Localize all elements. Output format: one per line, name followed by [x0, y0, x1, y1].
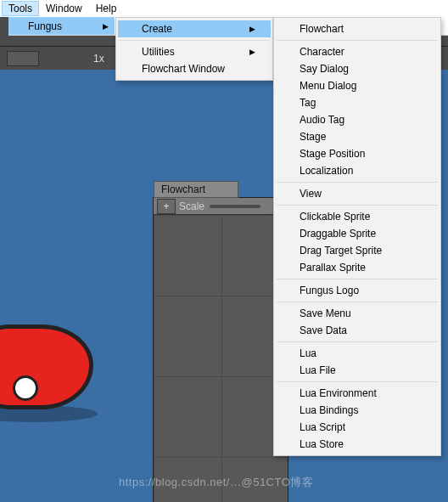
scale-control: Scale: [179, 200, 260, 212]
zoom-label: 1x: [93, 53, 104, 65]
create-item-label: Drag Target Sprite: [300, 245, 382, 257]
menu-utilities[interactable]: Utilities ▶: [118, 43, 271, 60]
menu-separator: [277, 341, 438, 342]
menu-separator: [277, 182, 438, 183]
create-item[interactable]: Clickable Sprite: [276, 208, 439, 225]
create-item[interactable]: Lua Bindings: [276, 402, 439, 419]
create-item-label: Say Dialog: [300, 63, 349, 75]
create-item[interactable]: Character: [276, 43, 439, 60]
flowchart-panel[interactable]: Flowchart + Scale: [153, 197, 288, 502]
chevron-right-icon: ▶: [249, 48, 255, 56]
fungus-menu: Create ▶ Utilities ▶ Flowchart Window: [115, 17, 273, 81]
add-button[interactable]: +: [157, 199, 176, 214]
create-item[interactable]: Lua: [276, 345, 439, 362]
create-menu: FlowchartCharacterSay DialogMenu DialogT…: [273, 17, 441, 456]
create-item-label: Character: [300, 46, 344, 58]
create-item-label: Stage Position: [300, 148, 365, 160]
create-item[interactable]: Lua Store: [276, 436, 439, 453]
create-item-label: Save Menu: [300, 307, 351, 319]
create-item-label: Lua File: [300, 364, 336, 376]
create-item[interactable]: Save Menu: [276, 305, 439, 322]
create-item[interactable]: Parallax Sprite: [276, 259, 439, 276]
menu-create-label: Create: [142, 23, 172, 35]
create-item-label: Lua Bindings: [300, 404, 358, 416]
create-item[interactable]: Audio Tag: [276, 111, 439, 128]
chevron-right-icon: ▶: [103, 22, 109, 31]
create-item-label: Menu Dialog: [300, 80, 356, 92]
submenu-fungus[interactable]: Fungus ▶: [8, 17, 115, 35]
menu-separator: [277, 40, 438, 41]
create-item[interactable]: Drag Target Sprite: [276, 242, 439, 259]
sprite-mushroom[interactable]: [0, 324, 93, 418]
create-item[interactable]: Menu Dialog: [276, 77, 439, 94]
create-item-label: Lua Environment: [300, 387, 377, 399]
menu-utilities-label: Utilities: [142, 46, 175, 58]
create-item-label: Lua Store: [300, 438, 344, 450]
menubar: Tools Window Help: [0, 0, 448, 17]
menu-separator: [119, 40, 270, 41]
create-item[interactable]: Stage: [276, 128, 439, 145]
create-item-label: Draggable Sprite: [300, 228, 376, 240]
flowchart-tab[interactable]: Flowchart: [154, 181, 238, 198]
create-item-label: Lua Script: [300, 421, 345, 433]
menu-tools[interactable]: Tools: [2, 1, 39, 16]
create-item-label: View: [300, 188, 322, 200]
create-item-label: Flowchart: [300, 23, 344, 35]
flowchart-grid[interactable]: [154, 215, 288, 502]
create-item-label: Tag: [300, 97, 316, 109]
create-item[interactable]: Lua File: [276, 362, 439, 379]
create-item[interactable]: Draggable Sprite: [276, 225, 439, 242]
create-item[interactable]: Say Dialog: [276, 60, 439, 77]
menu-separator: [277, 279, 438, 279]
create-item-label: Audio Tag: [300, 114, 344, 126]
scale-label: Scale: [179, 200, 204, 212]
scale-slider[interactable]: [210, 205, 260, 208]
create-item[interactable]: Lua Environment: [276, 385, 439, 402]
watermark: https://blog.csdn.net/…@51CTO博客: [119, 475, 313, 490]
create-item[interactable]: Stage Position: [276, 145, 439, 162]
create-item[interactable]: Flowchart: [276, 20, 439, 37]
menu-separator: [277, 381, 438, 382]
create-item-label: Stage: [300, 131, 326, 143]
flowchart-head: + Scale: [154, 198, 288, 215]
create-item-label: Parallax Sprite: [300, 262, 366, 274]
chevron-right-icon: ▶: [249, 25, 255, 33]
create-item-label: Save Data: [300, 324, 347, 336]
create-item-label: Fungus Logo: [300, 285, 359, 296]
create-item[interactable]: Localization: [276, 162, 439, 179]
menu-flowchart-window-label: Flowchart Window: [142, 63, 225, 75]
create-item[interactable]: Fungus Logo: [276, 282, 439, 299]
sprite-body: [0, 324, 93, 409]
create-item[interactable]: Save Data: [276, 322, 439, 339]
create-item-label: Localization: [300, 165, 353, 177]
submenu-fungus-label: Fungus: [28, 20, 62, 32]
menu-separator: [277, 302, 438, 302]
menu-create[interactable]: Create ▶: [118, 20, 271, 37]
create-item[interactable]: View: [276, 185, 439, 202]
create-item-label: Clickable Sprite: [300, 211, 370, 223]
sprite-dot: [13, 375, 38, 401]
create-item-label: Lua: [300, 347, 316, 359]
menu-window[interactable]: Window: [39, 1, 89, 16]
menu-separator: [277, 205, 438, 206]
toolbar-slot[interactable]: [7, 51, 39, 66]
menu-flowchart-window[interactable]: Flowchart Window: [118, 60, 271, 77]
create-item[interactable]: Tag: [276, 94, 439, 111]
create-item[interactable]: Lua Script: [276, 419, 439, 436]
menu-help[interactable]: Help: [89, 1, 124, 16]
